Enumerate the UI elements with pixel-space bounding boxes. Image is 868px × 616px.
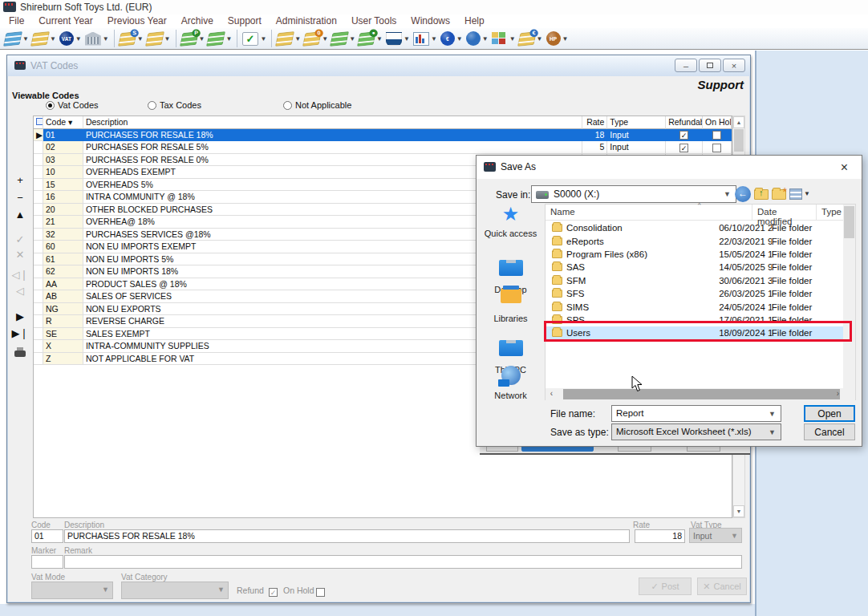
header-code[interactable]: Code ▾ [43, 116, 83, 129]
list-item[interactable]: eReports22/03/2021 9:52 AMFile folder [546, 234, 844, 247]
menu-help[interactable]: Help [457, 14, 492, 28]
purchases-stack-icon[interactable]: ▼ [208, 32, 232, 46]
file-list-horizontal-scrollbar[interactable]: ‹ › [546, 388, 844, 400]
bank-icon[interactable]: ▼ [85, 32, 109, 46]
chevron-down-icon[interactable]: ▼ [431, 35, 437, 43]
prior-record-button-icon[interactable]: ◁ [10, 285, 30, 297]
menu-current-year[interactable]: Current Year [31, 14, 99, 28]
views-icon[interactable] [789, 186, 805, 202]
close-button[interactable]: × [723, 59, 745, 72]
sidebar-item-this-pc[interactable]: This PC [477, 324, 545, 364]
blocks-icon[interactable]: ▼ [492, 32, 516, 46]
sales-s-stack-icon[interactable]: S▼ [120, 32, 144, 46]
chevron-down-icon[interactable]: ▼ [404, 35, 410, 43]
chevron-down-icon[interactable]: ▼ [75, 35, 82, 43]
refund-checkbox[interactable]: ✓ [269, 585, 278, 599]
on-hold-checkbox[interactable] [712, 144, 721, 152]
detail-description-field[interactable]: PURCHASES FOR RESALE 18% [64, 529, 630, 543]
radio-vat-codes[interactable]: Vat Codes [46, 100, 99, 110]
menu-previous-year[interactable]: Previous Year [100, 14, 174, 28]
chevron-down-icon[interactable]: ▼ [50, 35, 56, 43]
scroll-down-icon[interactable]: ▼ [733, 505, 744, 517]
menu-windows[interactable]: Windows [404, 14, 457, 28]
dialog-close-icon[interactable]: × [827, 156, 862, 179]
cancel-button[interactable]: ✕Cancel [697, 578, 747, 595]
file-list-header[interactable]: Name Date modified Type [546, 205, 844, 221]
back-icon[interactable]: ← [735, 186, 751, 202]
chevron-down-icon[interactable]: ▼ [804, 190, 810, 197]
select-column-icon[interactable] [36, 118, 43, 125]
vat-window-titlebar[interactable]: VAT Codes – × [7, 55, 750, 76]
scroll-up-icon[interactable]: ▲ [733, 116, 744, 128]
scroll-right-icon[interactable]: › [832, 388, 844, 400]
sidebar-item-quick-access[interactable]: ★Quick access [477, 204, 545, 244]
detail-vat-type-combo[interactable]: Input ▼ [689, 528, 742, 543]
chevron-down-icon[interactable]: ▼ [509, 35, 516, 43]
chevron-down-icon[interactable]: ▼ [537, 35, 543, 43]
refundable-checkbox[interactable]: ✓ [679, 144, 688, 152]
purchases-p-stack-icon[interactable]: P▼ [181, 32, 205, 46]
table-row[interactable]: ▶01PURCHASES FOR RESALE 18%18Input✓ [34, 129, 732, 142]
vat-globe-icon[interactable]: VAT▼ [59, 31, 82, 46]
column-type[interactable]: Type [817, 205, 844, 221]
up-folder-icon[interactable] [754, 186, 770, 202]
sidebar-item-desktop[interactable]: Desktop [477, 244, 545, 284]
cancel-edit-button-icon[interactable]: ✕ [10, 249, 30, 261]
print-button-icon[interactable] [14, 351, 26, 357]
chevron-down-icon[interactable]: ▼ [376, 35, 383, 43]
sidebar-item-network[interactable]: Network [477, 364, 545, 404]
chevron-down-icon[interactable]: ▼ [225, 35, 232, 43]
open-button[interactable]: Open [804, 405, 855, 422]
scroll-thumb[interactable] [734, 129, 744, 152]
file-name-combo[interactable]: Report ▼ [611, 405, 781, 422]
chevron-down-icon[interactable]: ▼ [562, 35, 569, 43]
save-in-combo[interactable]: S0000 (X:) ▼ [531, 185, 736, 203]
web-user-icon[interactable]: ▼ [466, 31, 489, 46]
header-refundable[interactable]: Refundable [666, 116, 703, 129]
maximize-button[interactable] [699, 59, 721, 72]
detail-marker-field[interactable] [31, 555, 63, 569]
menu-support[interactable]: Support [221, 14, 269, 28]
dotted-stack-yellow-icon[interactable]: ▼ [277, 32, 301, 46]
chevron-down-icon[interactable]: ▼ [164, 35, 171, 43]
menu-user-tools[interactable]: User Tools [344, 14, 404, 28]
add-row-button-icon[interactable]: + [10, 174, 30, 186]
column-date-modified[interactable]: Date modified [752, 205, 817, 221]
chevron-down-icon[interactable]: ▼ [456, 35, 463, 43]
chevron-down-icon[interactable]: ▼ [349, 35, 355, 43]
list-item[interactable]: Program Files (x86)15/05/2024 11:29 ...F… [546, 248, 844, 261]
first-record-button-icon[interactable]: ◁❘ [10, 269, 30, 281]
chevron-down-icon[interactable]: ▼ [199, 35, 205, 43]
file-list[interactable]: Name Date modified Type ⌃ Consolidation0… [545, 204, 856, 400]
radio-tax-codes[interactable]: Tax Codes [148, 100, 201, 110]
list-item[interactable]: SIMS24/05/2024 10:43 ...File folder [546, 300, 844, 313]
on-hold-checkbox[interactable] [316, 585, 325, 599]
ledger-stack-blue-icon[interactable]: ▼ [5, 32, 29, 46]
vat-category-combo[interactable]: ▼ [121, 582, 229, 599]
user-stack-icon[interactable]: ●▼ [359, 32, 383, 46]
chevron-down-icon[interactable]: ▼ [22, 35, 29, 43]
detail-code-field[interactable]: 01 [31, 529, 63, 543]
radio-not-applicable[interactable]: Not Applicable [283, 100, 351, 110]
menu-file[interactable]: File [2, 14, 31, 28]
hp-icon[interactable]: HP▼ [546, 31, 569, 46]
chevron-down-icon[interactable]: ▼ [322, 35, 328, 43]
list-item[interactable]: SFM30/06/2021 3:53 PMFile folder [546, 274, 844, 287]
menu-administration[interactable]: Administration [269, 14, 344, 28]
sidebar-item-libraries[interactable]: Libraries [477, 284, 545, 324]
minimize-button[interactable]: – [675, 59, 697, 72]
sales-stack-icon[interactable]: ▼ [147, 32, 171, 46]
table-row[interactable]: 02PURCHASES FOR RESALE 5%5Input✓ [34, 141, 732, 154]
column-name[interactable]: Name [546, 205, 752, 221]
refundable-checkbox[interactable]: ✓ [679, 131, 688, 140]
ship-icon[interactable]: ▼ [386, 32, 410, 46]
header-type[interactable]: Type [607, 116, 666, 129]
header-rate[interactable]: Rate [582, 116, 607, 129]
scroll-left-icon[interactable]: ‹ [546, 388, 558, 400]
grid-select-header[interactable] [34, 116, 43, 129]
list-item[interactable]: Consolidation06/10/2021 2:27 PMFile fold… [546, 221, 844, 234]
vat-mode-combo[interactable]: ▼ [31, 582, 113, 599]
dialog-cancel-button[interactable]: Cancel [804, 424, 855, 440]
save-as-type-combo[interactable]: Microsoft Excel Worksheet (*.xls) ▼ [611, 424, 781, 440]
post-button[interactable]: ✓Post [639, 578, 692, 595]
